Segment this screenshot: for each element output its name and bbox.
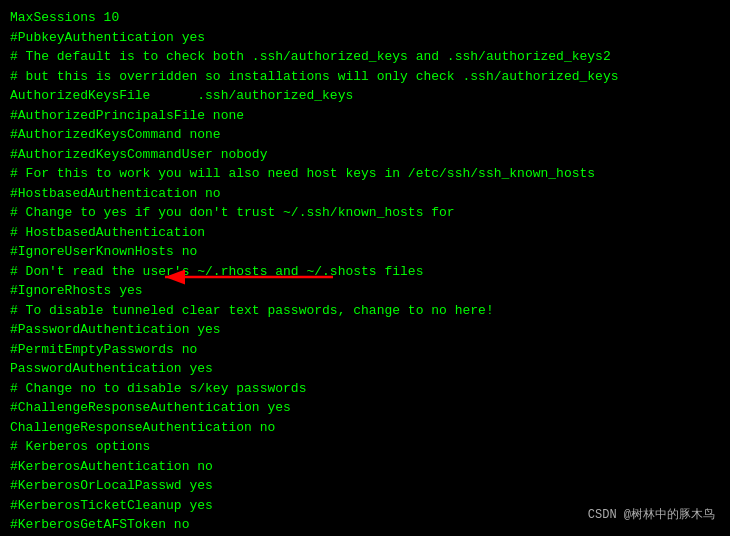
- watermark-text: CSDN @树林中的豚木鸟: [588, 506, 715, 524]
- terminal-line: # HostbasedAuthentication: [10, 223, 720, 243]
- code-content: MaxSessions 10#PubkeyAuthentication yes#…: [10, 8, 720, 536]
- terminal-window: MaxSessions 10#PubkeyAuthentication yes#…: [0, 0, 730, 536]
- terminal-line: # For this to work you will also need ho…: [10, 164, 720, 184]
- arrow-indicator: [155, 263, 335, 291]
- terminal-line: #AuthorizedKeysCommandUser nobody: [10, 145, 720, 165]
- terminal-line: # but this is overridden so installation…: [10, 67, 720, 87]
- terminal-line: #PasswordAuthentication yes: [10, 320, 720, 340]
- terminal-line: #IgnoreUserKnownHosts no: [10, 242, 720, 262]
- terminal-line: # The default is to check both .ssh/auth…: [10, 47, 720, 67]
- terminal-line: MaxSessions 10: [10, 8, 720, 28]
- terminal-line: # Change no to disable s/key passwords: [10, 379, 720, 399]
- terminal-line: #AuthorizedKeysCommand none: [10, 125, 720, 145]
- terminal-line: # Kerberos options: [10, 437, 720, 457]
- terminal-line: PasswordAuthentication yes: [10, 359, 720, 379]
- terminal-line: #IgnoreRhosts yes: [10, 281, 720, 301]
- terminal-line: #HostbasedAuthentication no: [10, 184, 720, 204]
- terminal-line: AuthorizedKeysFile .ssh/authorized_keys: [10, 86, 720, 106]
- terminal-line: # Change to yes if you don't trust ~/.ss…: [10, 203, 720, 223]
- terminal-line: # Don't read the user's ~/.rhosts and ~/…: [10, 262, 720, 282]
- terminal-line: #KerberosAuthentication no: [10, 457, 720, 477]
- terminal-line: #AuthorizedPrincipalsFile none: [10, 106, 720, 126]
- terminal-line: #PubkeyAuthentication yes: [10, 28, 720, 48]
- terminal-line: #KerberosOrLocalPasswd yes: [10, 476, 720, 496]
- terminal-line: #ChallengeResponseAuthentication yes: [10, 398, 720, 418]
- terminal-line: ChallengeResponseAuthentication no: [10, 418, 720, 438]
- terminal-line: #PermitEmptyPasswords no: [10, 340, 720, 360]
- terminal-line: # To disable tunneled clear text passwor…: [10, 301, 720, 321]
